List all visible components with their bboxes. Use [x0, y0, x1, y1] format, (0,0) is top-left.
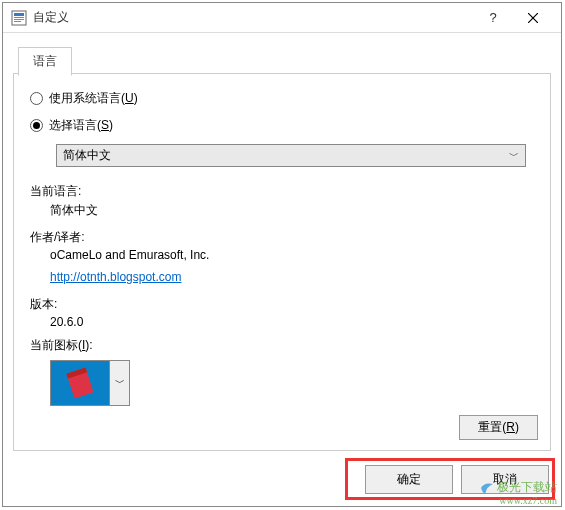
close-icon	[528, 13, 538, 23]
chevron-down-icon: ﹀	[115, 376, 125, 390]
author-label: 作者/译者:	[30, 229, 534, 246]
icon-picker-dropdown[interactable]: ﹀	[109, 361, 129, 405]
svg-rect-4	[14, 21, 21, 22]
reset-button[interactable]: 重置(R)	[459, 415, 538, 440]
svg-rect-3	[14, 19, 24, 20]
language-select[interactable]: 简体中文 ﹀	[56, 144, 526, 167]
select-value: 简体中文	[63, 147, 111, 164]
chevron-down-icon: ﹀	[509, 149, 519, 163]
cancel-button[interactable]: 取消	[461, 465, 549, 494]
svg-rect-1	[14, 13, 24, 16]
dialog-window: 自定义 ? 语言 使用系统语言(U) 选择语言(S) 简体中文 ﹀	[2, 2, 562, 507]
content-area: 语言 使用系统语言(U) 选择语言(S) 简体中文 ﹀ 当前语言: 简体中文	[3, 33, 561, 506]
current-language-label: 当前语言:	[30, 183, 534, 200]
author-value: oCameLo and Emurasoft, Inc.	[50, 248, 534, 262]
window-title: 自定义	[33, 9, 473, 26]
titlebar: 自定义 ?	[3, 3, 561, 33]
app-icon	[11, 10, 27, 26]
tab-language[interactable]: 语言	[18, 47, 72, 76]
tabstrip: 语言	[18, 47, 72, 76]
radio-select-language[interactable]: 选择语言(S)	[30, 117, 534, 134]
document-icon	[65, 366, 95, 399]
icon-picker[interactable]: ﹀	[50, 360, 130, 406]
icon-preview	[51, 361, 109, 405]
version-label: 版本:	[30, 296, 534, 313]
svg-rect-2	[14, 17, 24, 18]
close-button[interactable]	[513, 3, 553, 33]
current-language-value: 简体中文	[50, 202, 534, 219]
help-button[interactable]: ?	[473, 3, 513, 33]
author-link[interactable]: http://otnth.blogspot.com	[50, 270, 181, 284]
ok-button[interactable]: 确定	[365, 465, 453, 494]
tab-panel: 使用系统语言(U) 选择语言(S) 简体中文 ﹀ 当前语言: 简体中文 作者/译…	[13, 73, 551, 451]
version-value: 20.6.0	[50, 315, 534, 329]
current-icon-label: 当前图标(I):	[30, 337, 534, 354]
radio-icon	[30, 119, 43, 132]
dialog-buttons: 确定 取消	[365, 465, 549, 494]
radio-use-system-language[interactable]: 使用系统语言(U)	[30, 90, 534, 107]
radio-icon	[30, 92, 43, 105]
